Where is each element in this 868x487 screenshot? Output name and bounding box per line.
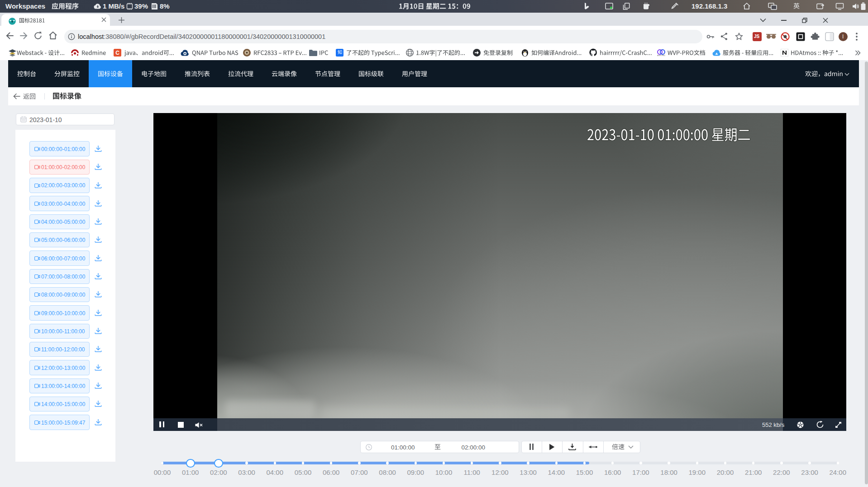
svg-text:C: C xyxy=(115,50,119,56)
svg-text:WVP-PRO: WVP-PRO xyxy=(657,54,665,57)
